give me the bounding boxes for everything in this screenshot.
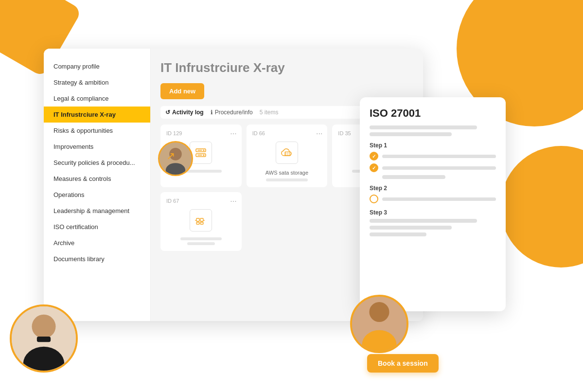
server-icon-box [190, 142, 212, 164]
tab-activity-log[interactable]: ↺ Activity log [165, 109, 204, 116]
iso-bar-2 [370, 132, 452, 136]
sidebar-item-improvements[interactable]: Improvements [44, 139, 150, 155]
step1-label: Step 1 [370, 142, 496, 149]
cloud-icon [279, 145, 295, 160]
step2-bar [382, 197, 496, 201]
card-id-67: ID 67 [166, 198, 236, 204]
cloud-icon-box [276, 142, 298, 164]
sidebar-item-archive[interactable]: Archive [44, 235, 150, 251]
check-mark-2: ✓ [372, 165, 376, 171]
step1-row2: ✓ [370, 163, 496, 172]
iso-panel: ISO 27001 Step 1 ✓ ✓ Step 2 Step 3 [360, 97, 506, 311]
card-67[interactable]: ID 67 ··· [160, 192, 242, 251]
svg-point-2 [203, 149, 205, 151]
svg-point-23 [32, 315, 55, 339]
sidebar-item-risks[interactable]: Risks & opportunities [44, 123, 150, 139]
card-66[interactable]: ID 66 ··· AWS sata storage [247, 125, 328, 187]
step2-label: Step 2 [370, 185, 496, 192]
step1-row1: ✓ [370, 152, 496, 160]
server-icon [193, 145, 209, 160]
card-bar-67-2 [187, 242, 215, 245]
person-circle-left [10, 304, 78, 373]
add-new-button[interactable]: Add new [160, 83, 204, 99]
sidebar-item-documents[interactable]: Documents library [44, 251, 150, 267]
card-bar-66 [266, 178, 308, 181]
svg-rect-16 [200, 222, 203, 224]
tab-procedure-label: Procedure/info [215, 109, 253, 116]
svg-rect-25 [37, 337, 51, 342]
card-icon-area-67 [166, 207, 236, 233]
step1-bar1 [382, 155, 496, 158]
card-label-66: AWS sata storage [252, 170, 322, 176]
step1-bar2 [382, 166, 496, 170]
decorative-circle-right [500, 146, 583, 267]
sidebar-item-iso[interactable]: ISO certification [44, 219, 150, 235]
sidebar-item-legal[interactable]: Legal & compliance [44, 90, 150, 107]
sidebar-item-security[interactable]: Security policies & procedu... [44, 155, 150, 171]
person-circle-right [350, 295, 408, 353]
tab-activity-label: Activity log [172, 109, 204, 116]
person-right-image [352, 295, 406, 351]
card-menu-66[interactable]: ··· [316, 129, 322, 138]
sidebar-item-measures[interactable]: Measures & controls [44, 171, 150, 187]
card-id-129: ID 129 [166, 130, 236, 136]
grid-icon [193, 213, 209, 228]
card-icon-area-66 [252, 139, 322, 166]
sidebar-item-it-infrastructure[interactable]: IT Infrustrciure X-ray [44, 107, 150, 123]
clock-icon: ↺ [165, 109, 170, 116]
sidebar-item-leadership[interactable]: Leadership & management [44, 203, 150, 219]
avatar-circle [158, 141, 193, 176]
avatar-image [159, 141, 192, 176]
check-icon-1: ✓ [370, 152, 378, 160]
person-left-image [12, 304, 76, 371]
tab-procedure-info[interactable]: ℹ Procedure/info [211, 109, 253, 116]
card-menu-67[interactable]: ··· [230, 197, 236, 206]
iso-bar-1 [370, 125, 477, 129]
page-title: IT Infrustrciure X-ray [160, 60, 413, 75]
svg-point-27 [369, 302, 389, 322]
sidebar-item-operations[interactable]: Operations [44, 187, 150, 203]
book-session-button[interactable]: Book a session [367, 354, 439, 373]
step3-bar2 [370, 226, 452, 230]
items-count: 5 items [260, 109, 279, 116]
step3-label: Step 3 [370, 209, 496, 216]
sidebar-item-strategy[interactable]: Strategy & ambition [44, 74, 150, 90]
step3-bar3 [370, 232, 426, 236]
step3-bar1 [370, 219, 477, 223]
sidebar: Company profile Strategy & ambition Lega… [44, 49, 151, 321]
svg-rect-15 [196, 222, 199, 224]
grid-icon-box [190, 209, 212, 232]
card-menu-129[interactable]: ··· [230, 129, 236, 138]
iso-title: ISO 27001 [370, 107, 496, 120]
svg-rect-14 [200, 218, 203, 221]
info-icon: ℹ [211, 109, 213, 116]
svg-rect-13 [196, 218, 199, 221]
check-mark-1: ✓ [372, 154, 376, 159]
check-icon-2: ✓ [370, 163, 378, 172]
step2-row [370, 195, 496, 203]
sidebar-item-company-profile[interactable]: Company profile [44, 58, 150, 74]
card-bar-67 [180, 237, 222, 240]
check-empty-icon [370, 195, 378, 203]
arrow-pointer: ↗ [166, 150, 175, 162]
card-id-66: ID 66 [252, 130, 322, 136]
step1-bar3 [382, 175, 445, 179]
svg-point-3 [203, 154, 205, 156]
